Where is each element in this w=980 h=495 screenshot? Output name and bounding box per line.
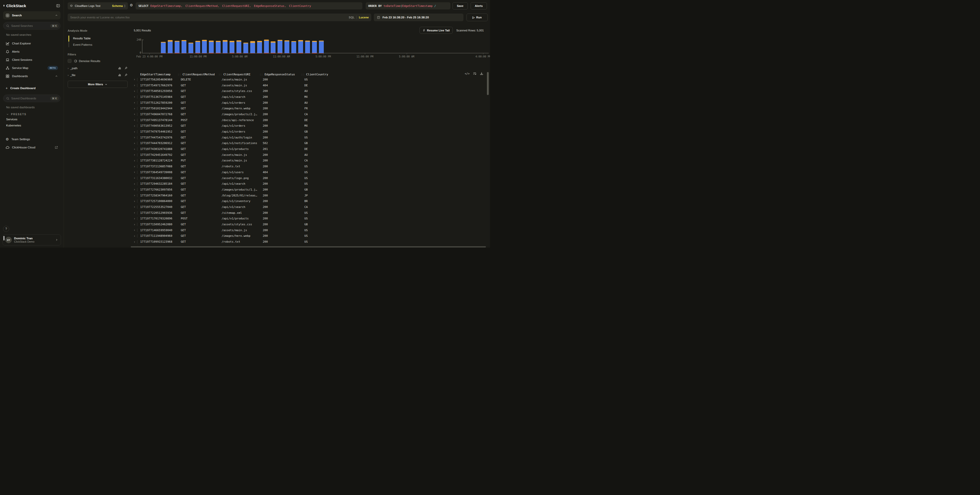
time-range-picker[interactable]: Feb 23 16:38:20 - Feb 25 16:38:20	[374, 14, 463, 21]
sidebar-item-dashboards[interactable]: Dashboards	[3, 72, 60, 80]
search-input[interactable]	[70, 16, 349, 19]
help-button[interactable]: ?	[3, 226, 9, 232]
table-row[interactable]: ›1771977220512903936GET/sitemap.xml200US	[130, 210, 490, 216]
alerts-button[interactable]: Alerts	[471, 2, 487, 10]
download-icon[interactable]	[480, 72, 484, 75]
row-expand-icon[interactable]: ›	[134, 194, 140, 197]
data-source-selector[interactable]: Cloudflare Logs Test Schema	[68, 2, 128, 10]
sidebar-item-team-settings[interactable]: ⚙ Team Settings	[3, 135, 60, 143]
table-row[interactable]: ›1771977109915123968GET/robots.txt200US	[130, 239, 490, 245]
saved-dashboards-input[interactable]	[11, 97, 49, 100]
table-row[interactable]: ›1771977311634380032GET/assets/logo.png2…	[130, 175, 490, 181]
sidebar-item-search[interactable]: Search	[3, 11, 60, 19]
table-row[interactable]: ›1771977372136857088GET/robots.txt200US	[130, 164, 490, 169]
table-row[interactable]: ›1771977513675145984GET/api/v1/search200…	[130, 94, 490, 100]
row-expand-icon[interactable]: ›	[134, 112, 140, 116]
field-pin-icon[interactable]	[124, 73, 128, 76]
row-expand-icon[interactable]: ›	[134, 101, 140, 105]
row-expand-icon[interactable]: ›	[134, 78, 140, 81]
column-header[interactable]: ⋮⋮EdgeResponseStatus	[263, 73, 304, 76]
order-by-editor[interactable]: ORDER BY toDateTime(EdgeStartTimestamp /	[366, 2, 450, 10]
row-expand-icon[interactable]: ›	[134, 89, 140, 93]
sidebar-item-alerts[interactable]: Alerts	[3, 48, 60, 56]
preset-services[interactable]: Services	[3, 116, 60, 123]
filter-field-path[interactable]: › _path	[68, 67, 128, 70]
chevron-right-icon[interactable]: ›	[68, 73, 69, 76]
row-expand-icon[interactable]: ›	[134, 95, 140, 99]
table-row[interactable]: ›1771977562054696960DELETE/assets/main.j…	[130, 76, 490, 83]
table-row[interactable]: ›1771977496047072768GET/images/products/…	[130, 111, 490, 117]
saved-dashboards-search[interactable]: ⌘ K	[3, 94, 60, 102]
row-expand-icon[interactable]: ›	[134, 234, 140, 238]
table-row[interactable]: ›1771977258347964160GET/blog/2025/01/rel…	[130, 193, 490, 199]
sidebar-collapse-icon[interactable]	[56, 4, 60, 8]
table-row[interactable]: ›1771977490563613952GET/api/v1/orders200…	[130, 123, 490, 129]
preset-kubernetes[interactable]: Kubernetes	[3, 123, 60, 129]
field-chart-icon[interactable]	[118, 67, 121, 70]
table-row[interactable]: ›1771977257100864000GET/api/v1/inventory…	[130, 198, 490, 204]
table-row[interactable]: ›1771977170170320896POST/api/v1/products…	[130, 216, 490, 222]
save-button[interactable]: Save	[452, 2, 468, 10]
row-expand-icon[interactable]: ›	[134, 84, 140, 87]
column-header[interactable]: ⋮⋮ClientRequestURI	[222, 73, 263, 76]
events-histogram[interactable]: 240 0 Feb 23 4:00:00 PM11:00:00 PM5:00:0…	[132, 37, 489, 60]
presets-toggle[interactable]: PRESETS	[3, 110, 60, 116]
row-expand-icon[interactable]: ›	[134, 228, 140, 232]
table-row[interactable]: ›1771977447543742976GET/api/v1/auth/logi…	[130, 135, 490, 140]
row-expand-icon[interactable]: ›	[134, 165, 140, 168]
row-expand-icon[interactable]: ›	[134, 188, 140, 191]
row-expand-icon[interactable]: ›	[134, 159, 140, 162]
column-header[interactable]: ⋮⋮ClientCountry	[304, 73, 327, 76]
mode-event-patterns[interactable]: Event Patterns	[71, 41, 128, 48]
field-chart-icon[interactable]	[118, 73, 121, 76]
row-expand-icon[interactable]: ›	[134, 153, 140, 157]
row-expand-icon[interactable]: ›	[134, 130, 140, 134]
column-drag-handle[interactable]: ⋮⋮	[301, 73, 304, 76]
wrap-lines-icon[interactable]	[473, 72, 476, 75]
field-pin-icon[interactable]	[124, 67, 128, 70]
sidebar-item-client-sessions[interactable]: Client Sessions	[3, 56, 60, 64]
mode-results-table[interactable]: Results Table	[71, 35, 128, 41]
row-expand-icon[interactable]: ›	[134, 135, 140, 139]
table-row[interactable]: ›1771977381128724224PUT/assets/main.js20…	[130, 158, 490, 164]
saved-searches-search[interactable]: ⌘ K	[3, 22, 60, 30]
table-row[interactable]: ›1771977294632285184GET/api/v1/search200…	[130, 181, 490, 187]
column-drag-handle[interactable]: ⋮⋮	[259, 73, 263, 76]
run-button[interactable]: ▷ Run	[466, 14, 488, 21]
sql-toggle[interactable]: SQL	[349, 16, 355, 19]
row-expand-icon[interactable]: ›	[134, 176, 140, 180]
table-row[interactable]: ›1771977111948904960GET/images/hero.webp…	[130, 233, 490, 239]
table-row[interactable]: ›1771977479754461952GET/api/v1/orders200…	[130, 129, 490, 135]
column-header[interactable]: EdgeStartTimestamp	[140, 73, 181, 76]
row-expand-icon[interactable]: ›	[134, 118, 140, 122]
row-expand-icon[interactable]: ›	[134, 107, 140, 110]
table-row[interactable]: ›1771977444703206912GET/api/v1/notificat…	[130, 140, 490, 146]
table-row[interactable]: ›1771977146659959040GET/assets/main.js20…	[130, 227, 490, 233]
row-expand-icon[interactable]: ›	[134, 142, 140, 145]
filter-field-file[interactable]: › _file	[68, 73, 128, 76]
table-row[interactable]: ›1771977495137478144POST/docs/api-refere…	[130, 117, 490, 123]
resume-live-tail-button[interactable]: Resume Live Tail	[420, 27, 453, 34]
column-header[interactable]: ⋮⋮ClientRequestMethod	[181, 73, 222, 76]
table-row[interactable]: ›1771977540501293056GET/assets/styles.cs…	[130, 88, 490, 94]
row-expand-icon[interactable]: ›	[134, 147, 140, 151]
schema-selector[interactable]: Schema	[112, 4, 126, 8]
vertical-scrollbar[interactable]	[487, 72, 489, 95]
chevron-right-icon[interactable]: ›	[68, 67, 69, 70]
row-expand-icon[interactable]: ›	[134, 199, 140, 203]
code-view-icon[interactable]: </>	[465, 72, 469, 75]
saved-searches-input[interactable]	[11, 24, 49, 27]
lucene-toggle[interactable]: Lucene	[359, 16, 369, 19]
table-row[interactable]: ›1771977150952462080GET/assets/styles.cs…	[130, 221, 490, 227]
table-row[interactable]: ›1771977429451649792GET/assets/main.js20…	[130, 152, 490, 158]
row-expand-icon[interactable]: ›	[134, 124, 140, 128]
select-columns-editor[interactable]: SELECT EdgeStartTimestamp, ClientRequest…	[135, 2, 362, 10]
user-menu[interactable]: DT Dominic Tran ClickStack Demo	[3, 234, 61, 246]
event-search-bar[interactable]: SQL Lucene	[68, 14, 371, 21]
create-dashboard-button[interactable]: + Create Dashboard	[3, 84, 60, 92]
column-drag-handle[interactable]: ⋮⋮	[218, 73, 222, 76]
table-row[interactable]: ›1771977512627859200GET/api/v1/orders200…	[130, 100, 490, 106]
source-settings-gear-icon[interactable]: ⚙	[130, 3, 133, 7]
more-filters-button[interactable]: More filters	[68, 81, 128, 88]
row-expand-icon[interactable]: ›	[134, 182, 140, 186]
